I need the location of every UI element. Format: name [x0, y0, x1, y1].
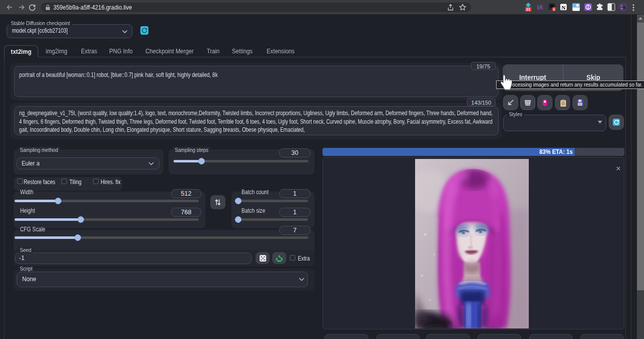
- svg-text:IA: IA: [537, 4, 543, 11]
- svg-text:21: 21: [526, 7, 530, 12]
- svg-text:N: N: [561, 5, 566, 11]
- svg-text:1: 1: [553, 8, 555, 11]
